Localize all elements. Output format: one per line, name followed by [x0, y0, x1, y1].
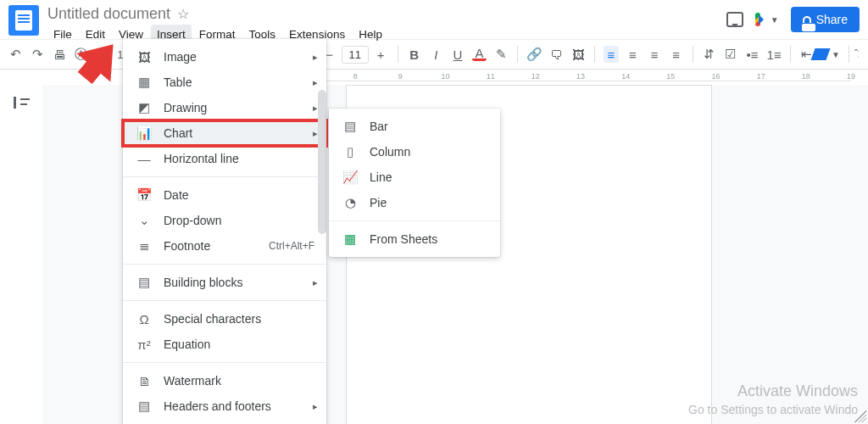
resize-grip-icon — [854, 410, 866, 422]
line-spacing-icon[interactable]: ⇵ — [701, 46, 716, 63]
font-size-plus[interactable]: + — [372, 46, 389, 63]
insert-table[interactable]: ▦Table▸ — [123, 70, 326, 95]
image-icon: 🖼 — [136, 49, 152, 64]
insert-equation[interactable]: π²Equation — [123, 332, 326, 357]
insert-dropdown[interactable]: ⌄Drop-down — [123, 208, 326, 233]
bold-icon[interactable]: B — [407, 46, 422, 63]
bulleted-list-icon[interactable]: •≡ — [745, 46, 760, 63]
column-chart-icon: ▯ — [342, 144, 358, 159]
undo-icon[interactable]: ↶ — [8, 46, 24, 63]
share-button[interactable]: Share — [791, 7, 860, 32]
highlight-icon[interactable]: ✎ — [493, 46, 509, 63]
redo-icon[interactable]: ↷ — [31, 46, 46, 63]
menu-file[interactable]: File — [47, 25, 78, 44]
insert-watermark[interactable]: 🗎Watermark — [123, 368, 326, 393]
chart-bar[interactable]: ▤Bar — [329, 114, 500, 139]
insert-image-icon[interactable]: 🖼 — [571, 46, 587, 63]
insert-drawing[interactable]: ◩Drawing▸ — [123, 95, 326, 120]
add-comment-icon[interactable]: 🗨 — [549, 46, 565, 63]
equation-icon: π² — [136, 337, 152, 352]
font-size-control[interactable]: − 11 + — [321, 46, 389, 64]
comments-icon[interactable] — [726, 12, 743, 27]
drawing-icon: ◩ — [136, 100, 152, 115]
docs-logo-icon[interactable] — [8, 5, 39, 36]
insert-chart[interactable]: 📊Chart▸ — [123, 120, 326, 146]
chart-line[interactable]: 📈Line — [329, 165, 500, 190]
star-icon[interactable]: ☆ — [177, 6, 189, 22]
chart-icon: 📊 — [136, 126, 152, 141]
checklist-icon[interactable]: ☑ — [723, 46, 738, 63]
header: Untitled document ☆ File Edit View Inser… — [0, 0, 868, 39]
italic-icon[interactable]: I — [429, 46, 444, 63]
table-icon: ▦ — [136, 75, 152, 90]
outline-icon[interactable] — [14, 97, 29, 109]
document-title[interactable]: Untitled document — [47, 5, 170, 23]
editing-mode-button[interactable]: ▼ ˆ — [813, 46, 858, 63]
link-icon[interactable]: 🔗 — [526, 46, 542, 63]
activate-windows-watermark: Activate Windows Go to Settings to activ… — [688, 382, 858, 417]
meet-icon[interactable]: ▼ — [755, 11, 779, 28]
footnote-icon: ≣ — [136, 238, 152, 254]
pie-chart-icon: ◔ — [342, 195, 358, 210]
omega-icon: Ω — [136, 311, 152, 326]
insert-page-numbers[interactable]: #Page numbers▸ — [123, 419, 326, 424]
collapse-icon[interactable]: ˆ — [854, 48, 858, 60]
share-label: Share — [816, 13, 848, 26]
align-justify-icon[interactable]: ≡ — [669, 46, 684, 63]
pen-icon — [811, 48, 831, 60]
blocks-icon: ▤ — [136, 275, 152, 290]
line-chart-icon: 📈 — [342, 170, 358, 185]
insert-hr[interactable]: ―Horizontal line — [123, 146, 326, 171]
watermark-icon: 🗎 — [136, 373, 152, 388]
underline-icon[interactable]: U — [450, 46, 465, 63]
insert-image[interactable]: 🖼Image▸ — [123, 44, 326, 70]
align-right-icon[interactable]: ≡ — [647, 46, 662, 63]
text-color-icon[interactable]: A — [472, 47, 487, 61]
align-left-icon[interactable]: ≡ — [604, 46, 619, 63]
insert-menu: 🖼Image▸ ▦Table▸ ◩Drawing▸ 📊Chart▸ ―Horiz… — [123, 39, 326, 424]
lock-icon — [803, 16, 811, 23]
sheets-icon: ▦ — [342, 232, 358, 247]
font-size-value[interactable]: 11 — [342, 46, 369, 64]
menu-help[interactable]: Help — [353, 25, 388, 44]
left-sidebar — [0, 85, 42, 424]
chart-column[interactable]: ▯Column — [329, 139, 500, 165]
align-center-icon[interactable]: ≡ — [626, 46, 641, 63]
chart-submenu: ▤Bar ▯Column 📈Line ◔Pie ▦From Sheets — [329, 109, 500, 257]
date-icon: 📅 — [136, 187, 152, 203]
dropdown-icon: ⌄ — [136, 213, 152, 228]
headers-icon: ▤ — [136, 399, 152, 414]
hr-icon: ― — [136, 151, 152, 166]
insert-footnote[interactable]: ≣FootnoteCtrl+Alt+F — [123, 233, 326, 259]
insert-special-chars[interactable]: ΩSpecial characters — [123, 306, 326, 332]
insert-building-blocks[interactable]: ▤Building blocks▸ — [123, 270, 326, 295]
print-icon[interactable]: 🖶 — [52, 46, 67, 63]
numbered-list-icon[interactable]: 1≡ — [766, 46, 782, 63]
insert-date[interactable]: 📅Date — [123, 182, 326, 208]
chart-from-sheets[interactable]: ▦From Sheets — [329, 226, 500, 252]
menu-scrollbar[interactable] — [318, 90, 326, 234]
chart-pie[interactable]: ◔Pie — [329, 190, 500, 215]
insert-headers-footers[interactable]: ▤Headers and footers▸ — [123, 393, 326, 419]
bar-chart-icon: ▤ — [342, 119, 358, 134]
